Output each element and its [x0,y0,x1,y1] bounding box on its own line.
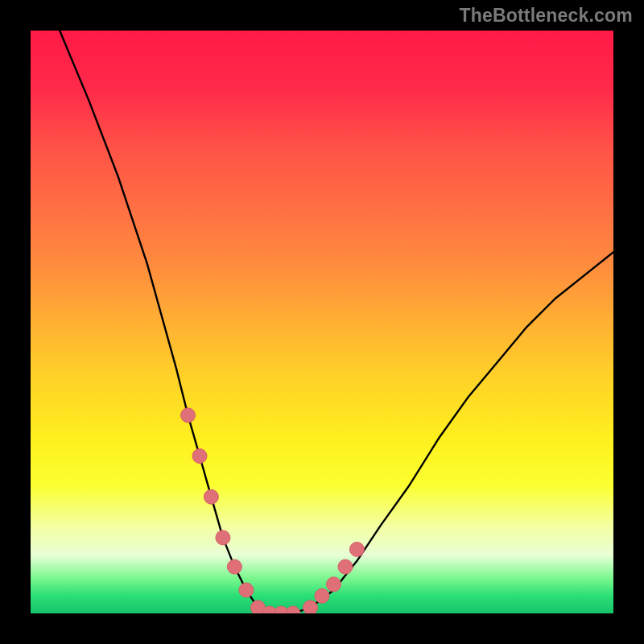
chart-svg [31,31,613,613]
plot-area [31,31,613,613]
marker-point [181,408,196,423]
chart-stage: TheBottleneck.com [0,0,644,644]
marker-point [349,542,364,556]
data-markers [181,408,365,613]
marker-point [327,577,341,592]
watermark-text: TheBottleneck.com [459,5,633,27]
marker-point [227,559,242,574]
marker-point [303,601,318,613]
marker-point [286,606,300,613]
marker-point [315,588,329,603]
marker-point [239,583,254,597]
marker-point [192,449,207,464]
marker-point [204,489,218,504]
bottleneck-curve [60,31,613,613]
marker-point [216,530,230,545]
marker-point [338,559,353,574]
